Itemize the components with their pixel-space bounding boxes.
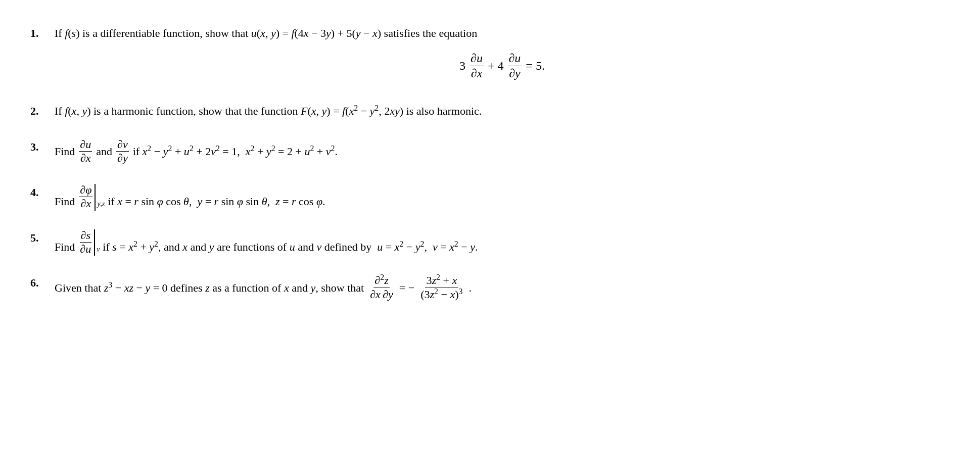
problem-2-text: If f(x, y) is a harmonic function, show …: [55, 105, 482, 117]
problem-6-text: Given that z3 − xz − y = 0 defines z as …: [55, 274, 950, 301]
problem-4: 4. Find ∂φ ∂x y,z if x = r sin φ cos θ, …: [30, 183, 950, 211]
partial-u-y: ∂u ∂y: [508, 51, 522, 81]
problem-1-text: If f(s) is a differentiable function, sh…: [55, 27, 477, 39]
partial-phi-x-4: ∂φ ∂x: [79, 183, 92, 211]
problem-5-text: Find ∂s ∂u v if s = x2 + y2, and x and y…: [55, 229, 950, 256]
problem-3-content: Find ∂u ∂x and ∂v ∂y if x2 − y2 + u2 + 2…: [55, 138, 950, 165]
problem-1-equation: 3 ∂u ∂x + 4 ∂u ∂y = 5.: [55, 51, 950, 81]
rhs-fraction-6: 3z2 + x (3z2 − x)3: [419, 274, 463, 301]
problem-6-number: 6.: [30, 274, 55, 292]
problem-4-number: 4.: [30, 183, 55, 201]
partial-u-x: ∂u ∂x: [470, 51, 484, 81]
problem-1: 1. If f(s) is a differentiable function,…: [30, 24, 950, 84]
problem-2-number: 2.: [30, 102, 55, 120]
problem-1-number: 1.: [30, 24, 55, 42]
partial2-z-xy-6: ∂2z ∂x ∂y: [369, 274, 394, 301]
problem-4-content: Find ∂φ ∂x y,z if x = r sin φ cos θ, y =…: [55, 183, 950, 211]
problem-3: 3. Find ∂u ∂x and ∂v ∂y if x2 − y2 + u2 …: [30, 138, 950, 165]
partial-u-x-3: ∂u ∂x: [79, 138, 92, 165]
problem-5-content: Find ∂s ∂u v if s = x2 + y2, and x and y…: [55, 229, 950, 256]
partial-s-u-5: ∂s ∂u: [79, 229, 92, 256]
problem-5: 5. Find ∂s ∂u v if s = x2 + y2, and x an…: [30, 229, 950, 256]
problem-2: 2. If f(x, y) is a harmonic function, sh…: [30, 102, 950, 120]
partial-v-y-3: ∂v ∂y: [116, 138, 129, 165]
problem-5-number: 5.: [30, 229, 55, 247]
problem-1-content: If f(s) is a differentiable function, sh…: [55, 24, 950, 84]
problem-2-content: If f(x, y) is a harmonic function, show …: [55, 102, 950, 120]
problem-3-number: 3.: [30, 138, 55, 156]
problem-4-text: Find ∂φ ∂x y,z if x = r sin φ cos θ, y =…: [55, 183, 950, 211]
problem-6: 6. Given that z3 − xz − y = 0 defines z …: [30, 274, 950, 301]
problem-6-content: Given that z3 − xz − y = 0 defines z as …: [55, 274, 950, 301]
problem-3-text: Find ∂u ∂x and ∂v ∂y if x2 − y2 + u2 + 2…: [55, 138, 950, 165]
